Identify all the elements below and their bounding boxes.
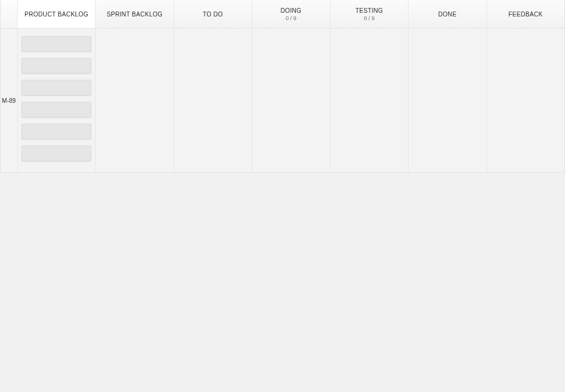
card-placeholder[interactable] <box>21 145 91 161</box>
lane-doing[interactable] <box>252 29 330 172</box>
column-title: TO DO <box>203 11 223 18</box>
swimlane-row: M-89 <box>0 29 565 173</box>
lane-to-do[interactable] <box>174 29 252 172</box>
empty-area <box>0 173 565 392</box>
kanban-board: PRODUCT BACKLOG SPRINT BACKLOG TO DO DOI… <box>0 0 565 392</box>
swimlane-label[interactable]: M-89 <box>1 29 18 172</box>
column-wip: 0 / 9 <box>364 15 375 21</box>
column-header-doing[interactable]: DOING 0 / 9 <box>252 0 330 28</box>
column-wip: 0 / 9 <box>286 15 297 21</box>
column-title: DOING <box>281 7 301 14</box>
card-placeholder[interactable] <box>21 36 91 52</box>
lane-product-backlog[interactable] <box>18 29 96 172</box>
card-placeholder[interactable] <box>21 124 91 139</box>
column-header-to-do[interactable]: TO DO <box>174 0 252 28</box>
column-header-product-backlog[interactable]: PRODUCT BACKLOG <box>18 0 96 28</box>
card-placeholder[interactable] <box>21 80 91 96</box>
column-title: DONE <box>438 11 457 18</box>
lane-sprint-backlog[interactable] <box>96 29 174 172</box>
column-header-sprint-backlog[interactable]: SPRINT BACKLOG <box>96 0 174 28</box>
column-title: TESTING <box>356 7 383 14</box>
card-placeholder[interactable] <box>21 58 91 74</box>
lane-testing[interactable] <box>331 29 409 172</box>
column-title: FEEDBACK <box>508 11 542 18</box>
row-label-spacer <box>1 0 18 28</box>
column-title: SPRINT BACKLOG <box>107 11 163 18</box>
lane-feedback[interactable] <box>487 29 564 172</box>
column-header-testing[interactable]: TESTING 0 / 9 <box>331 0 409 28</box>
lane-done[interactable] <box>409 29 486 172</box>
column-header-row: PRODUCT BACKLOG SPRINT BACKLOG TO DO DOI… <box>0 0 565 29</box>
column-header-done[interactable]: DONE <box>409 0 486 28</box>
column-header-feedback[interactable]: FEEDBACK <box>487 0 564 28</box>
card-placeholder[interactable] <box>21 102 91 117</box>
swimlane-label-text: M-89 <box>2 97 16 104</box>
column-title: PRODUCT BACKLOG <box>24 11 88 18</box>
